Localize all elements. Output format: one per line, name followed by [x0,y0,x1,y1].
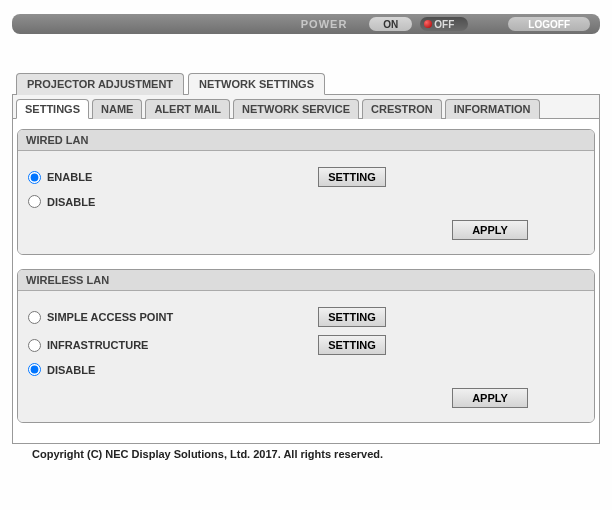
tab-projector-adjustment[interactable]: PROJECTOR ADJUSTMENT [16,73,184,95]
wireless-simpleap-option[interactable]: SIMPLE ACCESS POINT [28,311,318,324]
top-toolbar: POWER ON OFF LOGOFF [12,14,600,34]
tab-crestron[interactable]: CRESTRON [362,99,442,119]
tab-name[interactable]: NAME [92,99,142,119]
wired-apply-button[interactable]: APPLY [452,220,528,240]
wired-disable-option[interactable]: DISABLE [28,195,318,208]
wireless-lan-title: WIRELESS LAN [18,270,594,291]
wireless-infrastructure-label: INFRASTRUCTURE [47,339,148,351]
wired-enable-label: ENABLE [47,171,92,183]
wired-lan-title: WIRED LAN [18,130,594,151]
primary-tab-bar: PROJECTOR ADJUSTMENT NETWORK SETTINGS [12,72,600,95]
tab-alert-mail[interactable]: ALERT MAIL [145,99,230,119]
wireless-simpleap-setting-button[interactable]: SETTING [318,307,386,327]
tab-information[interactable]: INFORMATION [445,99,540,119]
wireless-disable-label: DISABLE [47,364,95,376]
wireless-apply-button[interactable]: APPLY [452,388,528,408]
tab-network-settings[interactable]: NETWORK SETTINGS [188,73,325,95]
wireless-simpleap-radio[interactable] [28,311,41,324]
tab-network-service[interactable]: NETWORK SERVICE [233,99,359,119]
wired-enable-radio[interactable] [28,171,41,184]
copyright-footer: Copyright (C) NEC Display Solutions, Ltd… [12,444,600,460]
power-label: POWER [301,18,348,30]
wired-disable-radio[interactable] [28,195,41,208]
wireless-disable-option[interactable]: DISABLE [28,363,318,376]
wired-setting-button[interactable]: SETTING [318,167,386,187]
wireless-simpleap-label: SIMPLE ACCESS POINT [47,311,173,323]
wireless-disable-radio[interactable] [28,363,41,376]
wireless-infrastructure-radio[interactable] [28,339,41,352]
wired-lan-panel: WIRED LAN ENABLE SETTING DISABLE [17,129,595,255]
logoff-button[interactable]: LOGOFF [508,17,590,31]
wired-enable-option[interactable]: ENABLE [28,171,318,184]
secondary-tab-bar: SETTINGS NAME ALERT MAIL NETWORK SERVICE… [13,95,599,119]
wireless-infrastructure-setting-button[interactable]: SETTING [318,335,386,355]
wireless-lan-panel: WIRELESS LAN SIMPLE ACCESS POINT SETTING… [17,269,595,423]
settings-content: WIRED LAN ENABLE SETTING DISABLE [13,119,599,443]
tab-settings[interactable]: SETTINGS [16,99,89,119]
wireless-infrastructure-option[interactable]: INFRASTRUCTURE [28,339,318,352]
wired-disable-label: DISABLE [47,196,95,208]
power-off-button[interactable]: OFF [420,17,468,31]
power-on-button[interactable]: ON [369,17,412,31]
